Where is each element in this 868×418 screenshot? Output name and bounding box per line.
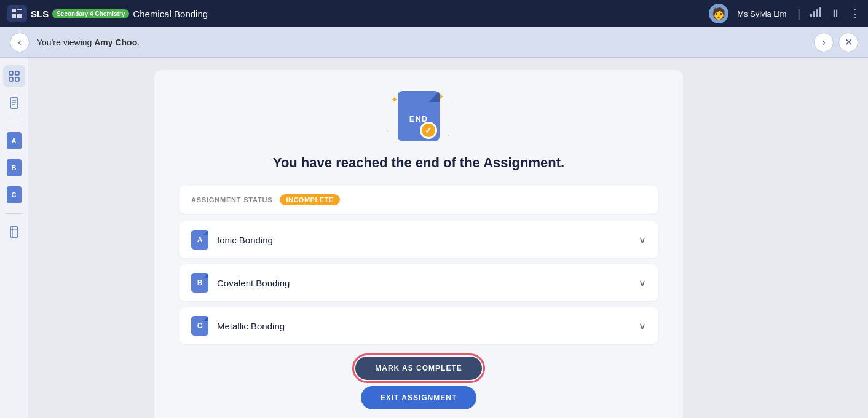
section-b-name: Covalent Bonding — [217, 278, 290, 288]
svg-rect-12 — [15, 77, 19, 81]
doc-fold — [428, 91, 440, 102]
menu-icon — [12, 8, 23, 19]
avatar: 🧑 — [709, 4, 728, 23]
chevron-down-icon-b: ∨ — [639, 277, 646, 289]
svg-rect-9 — [9, 71, 13, 75]
sls-logo — [7, 5, 27, 22]
left-sidebar: A B C — [0, 58, 28, 418]
notebook-icon — [9, 97, 19, 109]
assignment-end-title: You have reached the end of the Assignme… — [273, 155, 564, 171]
svg-rect-8 — [819, 7, 821, 17]
content-area: ✦ ✦ · · · END ✓ You have reached the end… — [28, 58, 809, 418]
sls-text: SLS — [31, 9, 49, 19]
section-ionic-bonding[interactable]: A Ionic Bonding ∨ — [179, 221, 658, 258]
more-options-icon[interactable]: ⋮ — [850, 7, 861, 20]
main-layout: A B C ✦ ✦ — [0, 58, 868, 418]
section-covalent-bonding[interactable]: B Covalent Bonding ∨ — [179, 264, 658, 301]
back-button[interactable]: ‹ — [10, 33, 30, 52]
banner-nav: › ✕ — [814, 33, 858, 52]
topnav-right: 🧑 Ms Sylvia Lim | ⏸ ⋮ — [709, 4, 861, 23]
svg-rect-0 — [12, 9, 16, 12]
right-sidebar — [809, 58, 868, 418]
end-illustration: ✦ ✦ · · · END ✓ — [382, 89, 456, 144]
sparkle-5: · — [448, 132, 449, 139]
logo-area: SLS Secondary 4 Chemistry Chemical Bondi… — [7, 5, 208, 22]
next-student-button[interactable]: › — [814, 33, 834, 52]
svg-rect-6 — [813, 11, 815, 17]
svg-rect-3 — [12, 14, 16, 18]
grid-icon — [9, 71, 20, 82]
sparkle-3: · — [387, 128, 389, 135]
mark-as-complete-button[interactable]: MARK AS COMPLETE — [355, 357, 482, 380]
section-a-name: Ionic Bonding — [217, 235, 273, 245]
lesson-title: Chemical Bonding — [133, 9, 208, 19]
sparkle-4: · — [451, 100, 452, 106]
viewing-text: You're viewing Amy Choo. — [37, 37, 140, 47]
end-doc: END ✓ — [398, 91, 440, 141]
svg-rect-17 — [10, 227, 18, 237]
svg-rect-5 — [810, 14, 812, 17]
exit-assignment-button[interactable]: EXIT ASSIGNMENT — [361, 386, 477, 409]
sidebar-item-section-c[interactable]: C — [3, 184, 25, 206]
status-label: ASSIGNMENT STATUS — [191, 196, 272, 203]
chevron-down-icon-c: ∨ — [639, 320, 646, 332]
chart-icon[interactable] — [809, 6, 821, 22]
sidebar-item-notebook[interactable] — [3, 221, 25, 243]
teacher-name: Ms Sylvia Lim — [737, 9, 786, 18]
assignment-card: ✦ ✦ · · · END ✓ You have reached the end… — [154, 70, 683, 418]
assignment-status-bar: ASSIGNMENT STATUS INCOMPLETE — [179, 186, 658, 214]
svg-rect-4 — [17, 14, 22, 18]
section-a-badge: A — [191, 230, 208, 250]
svg-rect-10 — [9, 77, 13, 81]
close-button[interactable]: ✕ — [838, 33, 858, 52]
pause-icon[interactable]: ⏸ — [830, 7, 841, 20]
status-badge: INCOMPLETE — [280, 194, 339, 205]
svg-rect-1 — [17, 9, 22, 10]
section-b-badge: B — [191, 273, 208, 293]
sidebar-item-section-a[interactable]: A — [3, 130, 25, 152]
sidebar-item-lesson[interactable] — [3, 92, 25, 114]
end-check-badge: ✓ — [420, 122, 437, 139]
student-banner: ‹ You're viewing Amy Choo. › ✕ — [0, 27, 868, 58]
section-c-name: Metallic Bonding — [217, 321, 285, 331]
section-c-label: C — [12, 191, 17, 199]
sidebar-item-section-b[interactable]: B — [3, 157, 25, 179]
section-metallic-bonding[interactable]: C Metallic Bonding ∨ — [179, 307, 658, 344]
svg-rect-11 — [15, 71, 19, 75]
section-c-badge: C — [191, 316, 208, 336]
chevron-down-icon-a: ∨ — [639, 234, 646, 246]
top-navigation: SLS Secondary 4 Chemistry Chemical Bondi… — [0, 0, 868, 27]
course-badge: Secondary 4 Chemistry — [52, 9, 129, 18]
svg-rect-7 — [816, 9, 818, 17]
section-b-label: B — [12, 164, 17, 172]
book-icon — [9, 226, 19, 239]
section-a-label: A — [12, 137, 17, 144]
svg-rect-2 — [17, 12, 20, 12]
sidebar-item-grid[interactable] — [3, 65, 25, 87]
